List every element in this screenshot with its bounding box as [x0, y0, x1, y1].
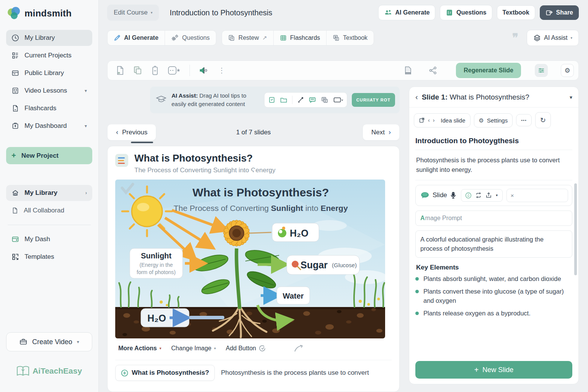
sidebar: mindsmith My Library Current Projects Pu… — [0, 0, 99, 392]
ai-generate-button[interactable]: AI Generate — [378, 5, 436, 20]
loop-icon[interactable] — [475, 192, 482, 198]
slide-chip-label: Slide — [433, 191, 447, 199]
divider — [189, 65, 190, 76]
add-button-button[interactable]: Add Button — [226, 345, 266, 352]
list-copy-icon[interactable] — [321, 96, 328, 103]
tab-ai-generate[interactable]: AI Generate — [108, 31, 165, 45]
share-out-icon[interactable] — [485, 192, 492, 198]
sidebar-item-my-dash[interactable]: My Dash — [6, 231, 92, 247]
sidebar-item-current-projects[interactable]: Current Projects — [6, 47, 92, 64]
image-prompt-value[interactable]: A colorful educational graphic illustrat… — [415, 230, 572, 258]
slide-description[interactable]: Photosynthesis is the process plants use… — [416, 155, 572, 175]
page-preview-icon[interactable] — [403, 65, 413, 75]
chevron-left-icon[interactable]: ‹ — [415, 93, 418, 101]
slide-subtitle[interactable]: The Process of Converting Sunlight into … — [134, 167, 276, 174]
new-doc-icon[interactable] — [116, 65, 124, 75]
panel-section-title[interactable]: Introduction to Photoygthesis — [415, 137, 572, 150]
frame-dropdown-icon[interactable] — [333, 96, 343, 103]
gear-icon: ⚙ — [564, 67, 570, 74]
tab-label: Flashcards — [290, 34, 320, 41]
slide-nav: ‹ Previous 1 of 7 slides Next › — [107, 124, 400, 140]
chevron-down-icon: ▾ — [85, 88, 87, 93]
more-options-button[interactable]: ••• — [516, 114, 532, 126]
chip-text-input[interactable]: × — [506, 189, 568, 202]
refresh-slide-button[interactable]: ↻ — [535, 112, 551, 128]
wand-icon[interactable] — [297, 96, 304, 103]
sidebar-item-my-dashboard[interactable]: My Dashboard ▾ — [6, 118, 92, 134]
sidebar-item-my-library[interactable]: My Library — [6, 30, 92, 46]
create-video-button[interactable]: Create Video ▾ — [6, 332, 92, 351]
new-project-button[interactable]: + New Project — [6, 147, 92, 164]
dashboard-icon — [11, 122, 19, 130]
slide-toolbar: ⋮ Regenerate Slide ⚙ — [107, 60, 579, 80]
sidebar-item-video-lessons[interactable]: Video Lessons ▾ — [6, 83, 92, 99]
slide-chip[interactable]: Slide — [420, 191, 457, 199]
home-icon — [11, 189, 19, 197]
svg-text:form of photons): form of photons) — [137, 269, 176, 275]
ai-assist-dropdown[interactable]: AI Assist ▾ — [527, 30, 579, 46]
brand[interactable]: mindsmith — [6, 7, 92, 20]
panel-scrollbar[interactable] — [574, 183, 577, 275]
slide-title[interactable]: What is Photosynthesis? — [134, 152, 276, 164]
sidebar-item-flashcards[interactable]: Flashcards — [6, 100, 92, 116]
card-star-icon[interactable] — [167, 65, 181, 76]
change-image-button[interactable]: Change Image ▾ — [171, 345, 216, 352]
video-lessons-icon — [11, 87, 19, 95]
settings-button[interactable]: ⚙ — [561, 64, 574, 77]
more-actions-label: More Actions — [118, 345, 157, 352]
slide-handle-icon[interactable] — [115, 154, 128, 167]
svg-text:H₂O: H₂O — [147, 313, 166, 323]
battery-icon[interactable] — [151, 65, 159, 76]
slide-illustration[interactable]: What is Photosynthesis? The Process of C… — [115, 180, 385, 338]
idea-slide-button[interactable]: ‹ › Idea slide — [414, 113, 470, 127]
sidebar-item-public-library[interactable]: Public Library — [6, 65, 92, 81]
close-icon[interactable]: × — [511, 192, 514, 199]
sidebar-item-all-collaborad[interactable]: All Collaborad — [6, 203, 92, 219]
check-circle-icon — [259, 345, 266, 352]
emoji-circle-icon[interactable] — [465, 192, 472, 199]
speaker-icon[interactable] — [198, 66, 210, 75]
svg-text:Sugar: Sugar — [301, 260, 328, 270]
slide-settings-button[interactable]: ⚙ Settings — [474, 113, 513, 127]
pages-icon — [228, 34, 235, 41]
share-nodes-icon[interactable] — [428, 66, 438, 75]
banner-action-button[interactable]: CURIIATY ROT — [352, 93, 395, 107]
image-prompt-field[interactable]: A mage Prompt — [415, 211, 572, 226]
svg-text:The Process of Converting Sunl: The Process of Converting Sunlight into … — [173, 204, 348, 212]
textbook-button[interactable]: Textbook — [497, 5, 535, 20]
slide-scroll-indicator — [131, 142, 153, 143]
wallet-icon — [11, 235, 19, 243]
settings-label: Settings — [487, 117, 508, 124]
file-check-icon[interactable] — [268, 96, 275, 103]
tab-textbook[interactable]: Textbook — [326, 31, 374, 45]
idea-slide-label: Idea slide — [441, 117, 465, 124]
more-actions-button[interactable]: More Actions ▾ — [118, 345, 161, 352]
templates-icon — [11, 253, 19, 261]
folder-icon[interactable] — [280, 96, 287, 103]
tab-questions[interactable]: Questions — [165, 31, 216, 45]
edit-course-button[interactable]: Edit Course ▾ — [107, 5, 159, 21]
chevron-down-icon[interactable]: ▾ — [570, 94, 572, 100]
filters-button[interactable] — [535, 64, 548, 77]
tab-restew[interactable]: Restew ↗ — [222, 31, 273, 45]
slide-chip-row: Slide ▼ × — [415, 185, 572, 206]
share-button[interactable]: Share — [540, 5, 579, 20]
footer-heading-tab[interactable]: What is Photosynthesis? — [115, 365, 215, 381]
new-slide-button[interactable]: + New Slide — [415, 361, 572, 379]
sidebar-item-my-library-2[interactable]: My Library › — [6, 185, 92, 201]
duplicate-icon[interactable] — [133, 65, 143, 75]
label-sunlight: Sunlight (Energy in the form of photons) — [130, 248, 183, 278]
kebab-menu-icon[interactable]: ⋮ — [218, 66, 225, 75]
slide-counter: 1 of 7 slides — [107, 129, 400, 136]
aiteacheasy-name: AiTeachEasy — [33, 366, 82, 376]
content-row: AI Assist: Drag AI tool tips to easily e… — [107, 87, 579, 392]
questions-button[interactable]: Questions — [440, 5, 492, 20]
regenerate-slide-button[interactable]: Regenerate Slide — [456, 63, 521, 78]
chat-icon[interactable] — [309, 96, 316, 103]
caret-down-icon[interactable]: ▼ — [495, 194, 498, 197]
sidebar-item-templates[interactable]: Templates — [6, 249, 92, 265]
cursor-arrow-icon[interactable] — [293, 344, 304, 353]
tab-flashcards[interactable]: Flashcards — [273, 31, 326, 45]
people-icon — [384, 9, 392, 16]
footer-paragraph[interactable]: Photosynthesis is the process plants use… — [221, 369, 369, 377]
